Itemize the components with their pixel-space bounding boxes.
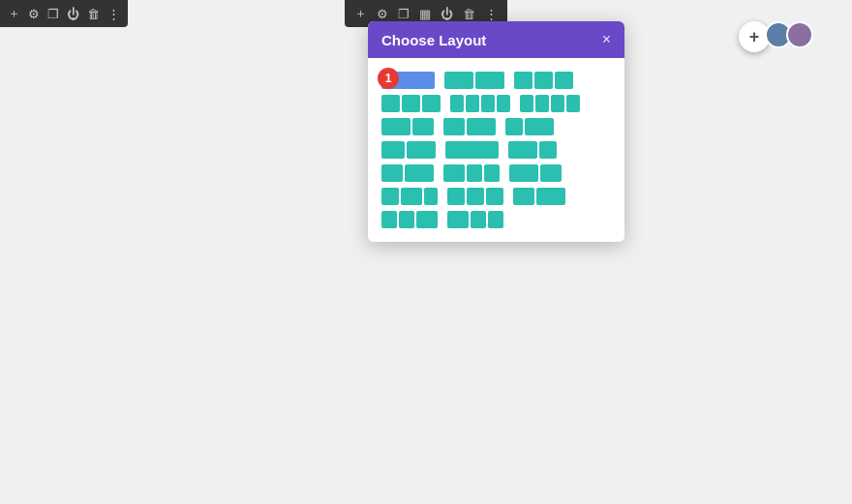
layout-option-9[interactable] xyxy=(505,118,554,135)
layout-block xyxy=(447,188,465,205)
layout-block xyxy=(534,72,553,89)
modal-body: 1 xyxy=(368,58,624,242)
layout-block xyxy=(381,164,403,182)
layout-block xyxy=(443,118,465,135)
layout-option-3[interactable] xyxy=(514,72,573,89)
layout-option-17[interactable] xyxy=(447,188,503,205)
layout-block xyxy=(484,164,500,182)
layout-block xyxy=(514,72,532,89)
layout-option-2[interactable] xyxy=(444,72,504,89)
plus-icon-center[interactable]: ＋ xyxy=(354,5,367,22)
layout-option-15[interactable] xyxy=(509,164,562,182)
layout-block xyxy=(467,118,496,135)
layout-block xyxy=(466,95,479,112)
layout-block xyxy=(513,188,534,205)
layout-option-4[interactable] xyxy=(381,95,441,112)
layout-block xyxy=(381,118,411,135)
layout-block xyxy=(445,141,499,159)
layout-block xyxy=(443,164,465,182)
layout-block xyxy=(399,211,414,228)
modal-header: Choose Layout × xyxy=(368,21,624,58)
selected-badge: 1 xyxy=(378,68,399,89)
choose-layout-modal: Choose Layout × 1 xyxy=(368,21,624,242)
layout-block xyxy=(407,141,436,159)
layout-block xyxy=(551,95,564,112)
plus-icon-left[interactable]: ＋ xyxy=(8,5,20,22)
layout-block xyxy=(422,95,441,112)
modal-close-button[interactable]: × xyxy=(602,31,611,48)
layout-block xyxy=(540,164,562,182)
layout-block xyxy=(471,211,486,228)
layout-block xyxy=(405,164,434,182)
layout-row-6 xyxy=(381,188,611,205)
layout-block xyxy=(539,141,557,159)
layout-block xyxy=(381,141,405,159)
layout-option-5[interactable] xyxy=(450,95,510,112)
layout-block xyxy=(475,72,504,89)
gear-icon-left[interactable]: ⚙ xyxy=(28,7,40,21)
layout-block xyxy=(416,211,438,228)
layout-block xyxy=(481,95,495,112)
power-icon-center[interactable]: ⏻ xyxy=(441,7,453,21)
layout-block xyxy=(536,188,565,205)
layout-row-2 xyxy=(381,95,611,112)
layout-row-5 xyxy=(381,164,611,182)
layout-block xyxy=(467,164,482,182)
modal-title: Choose Layout xyxy=(381,32,486,48)
layers-icon-center[interactable]: ❐ xyxy=(398,7,410,21)
toolbar-left: ＋ ⚙ ❐ ⏻ 🗑 ⋮ xyxy=(0,0,128,27)
layout-block xyxy=(497,95,510,112)
layout-block xyxy=(486,188,503,205)
trash-icon-left[interactable]: 🗑 xyxy=(87,7,100,21)
layout-block xyxy=(444,72,473,89)
layout-block xyxy=(447,211,469,228)
layout-block xyxy=(450,95,464,112)
layout-block xyxy=(508,141,537,159)
layout-block xyxy=(467,188,484,205)
layout-grid: 1 xyxy=(381,72,611,228)
layout-option-6[interactable] xyxy=(520,95,580,112)
layout-block xyxy=(402,95,420,112)
power-icon-left[interactable]: ⏻ xyxy=(67,7,79,21)
more-icon-center[interactable]: ⋮ xyxy=(485,7,498,21)
more-icon-left[interactable]: ⋮ xyxy=(107,7,120,21)
layout-option-18[interactable] xyxy=(513,188,565,205)
layout-block xyxy=(488,211,503,228)
layout-row-1: 1 xyxy=(381,72,611,89)
layout-block xyxy=(381,188,399,205)
avatar-2 xyxy=(786,21,813,48)
layout-option-11[interactable] xyxy=(445,141,499,159)
trash-icon-center[interactable]: 🗑 xyxy=(463,7,475,21)
layout-option-7[interactable] xyxy=(381,118,434,135)
layout-block xyxy=(566,95,580,112)
layout-block xyxy=(401,188,422,205)
layout-block xyxy=(424,188,438,205)
gear-icon-center[interactable]: ⚙ xyxy=(377,7,388,21)
layout-option-19[interactable] xyxy=(381,211,438,228)
layout-option-1-wrap: 1 xyxy=(381,72,435,89)
layout-block xyxy=(555,72,573,89)
layout-row-3 xyxy=(381,118,611,135)
layout-option-8[interactable] xyxy=(443,118,496,135)
layout-block xyxy=(509,164,538,182)
layout-option-14[interactable] xyxy=(443,164,500,182)
layout-option-13[interactable] xyxy=(381,164,434,182)
layout-option-10[interactable] xyxy=(381,141,436,159)
layout-block xyxy=(535,95,549,112)
table-icon-center[interactable]: ▦ xyxy=(419,7,431,21)
layout-option-20[interactable] xyxy=(447,211,503,228)
layout-option-12[interactable] xyxy=(508,141,557,159)
layout-block xyxy=(525,118,554,135)
layout-option-16[interactable] xyxy=(381,188,438,205)
avatar-group xyxy=(765,21,813,48)
layout-row-4 xyxy=(381,141,611,159)
layout-block xyxy=(381,95,400,112)
layout-row-7 xyxy=(381,211,611,228)
layout-block xyxy=(381,211,397,228)
layout-block xyxy=(505,118,523,135)
layout-block xyxy=(412,118,434,135)
layout-block xyxy=(520,95,533,112)
layers-icon-left[interactable]: ❐ xyxy=(47,7,59,21)
